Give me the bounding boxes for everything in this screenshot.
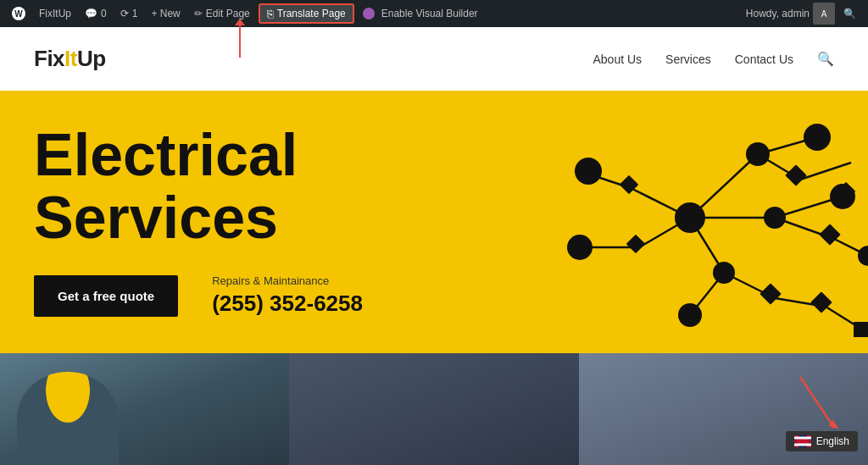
updates-count: 1 [132, 8, 138, 19]
svg-rect-27 [785, 164, 806, 185]
hero-section: Electrical Services Get a free quote Rep… [0, 91, 868, 353]
svg-line-36 [800, 377, 834, 428]
enable-visual-builder[interactable]: Enable Visual Builder [358, 0, 483, 27]
flag-icon-uk [794, 435, 811, 447]
worker-image-1-bg [0, 353, 289, 465]
avatar-initials: A [821, 9, 827, 19]
admin-search-icon: 🔍 [843, 8, 856, 19]
logo-fix: Fix [34, 46, 64, 71]
hero-contact-label: Repairs & Maintainance [212, 274, 363, 287]
svg-point-19 [804, 124, 831, 151]
site-header: FixItUp About Us Services Contact Us 🔍 [0, 27, 868, 91]
vb-label: Enable Visual Builder [381, 8, 478, 19]
comments-count: 0 [101, 8, 107, 19]
hero-actions: Get a free quote Repairs & Maintainance … [34, 274, 363, 317]
header-search-icon[interactable]: 🔍 [817, 51, 834, 67]
worker-image-2 [289, 353, 578, 465]
hero-contact: Repairs & Maintainance (255) 352-6258 [212, 274, 363, 317]
hero-title: Electrical Services [34, 125, 363, 249]
hero-title-line1: Electrical [34, 122, 298, 188]
site-name-label: FixItUp [39, 8, 71, 19]
vb-icon [363, 8, 375, 19]
hero-phone: (255) 352-6258 [212, 291, 363, 317]
logo-it: It [64, 46, 77, 71]
translate-icon: ⎘ [267, 8, 274, 20]
howdy-label: Howdy, admin [746, 8, 810, 19]
admin-comments[interactable]: 💬 0 [80, 0, 112, 27]
hero-content: Electrical Services Get a free quote Rep… [34, 125, 363, 317]
cta-button[interactable]: Get a free quote [34, 275, 178, 317]
wordpress-icon: W [12, 7, 25, 20]
nav-services[interactable]: Services [665, 53, 711, 66]
admin-avatar[interactable]: A [813, 3, 835, 25]
admin-bar: W FixItUp 💬 0 ⟳ 1 + New ✏ Edit Page ⎘ Tr… [0, 0, 868, 27]
translate-label: Translate Page [277, 8, 346, 19]
svg-point-25 [567, 235, 593, 260]
howdy-text: Howdy, admin [746, 8, 810, 19]
svg-point-22 [713, 262, 735, 284]
annotation-arrow-bottom [792, 377, 843, 440]
hero-title-line2: Services [34, 185, 278, 251]
svg-line-9 [800, 163, 851, 180]
bottom-images-strip [0, 353, 868, 465]
svg-rect-28 [819, 224, 840, 245]
updates-icon: ⟳ [120, 8, 129, 19]
svg-rect-34 [854, 322, 868, 337]
new-label: + New [151, 8, 180, 19]
nav-about-us[interactable]: About Us [593, 53, 642, 66]
admin-new[interactable]: + New [146, 0, 185, 27]
svg-point-17 [675, 202, 705, 233]
annotation-arrow-up [239, 24, 241, 58]
comments-icon: 💬 [85, 8, 97, 19]
svg-point-20 [764, 207, 786, 229]
language-label: English [816, 435, 849, 447]
wp-logo[interactable]: W [7, 0, 31, 27]
main-nav: About Us Services Contact Us 🔍 [593, 51, 834, 67]
svg-rect-32 [626, 235, 646, 254]
admin-updates[interactable]: ⟳ 1 [115, 0, 143, 27]
svg-point-18 [746, 142, 770, 166]
nav-contact-us[interactable]: Contact Us [735, 53, 793, 66]
edit-label: Edit Page [206, 8, 250, 19]
admin-edit-page[interactable]: ✏ Edit Page [189, 0, 255, 27]
edit-icon: ✏ [194, 8, 203, 19]
worker-image-2-bg [289, 353, 578, 465]
site-name[interactable]: FixItUp [34, 0, 76, 27]
admin-search[interactable]: 🔍 [838, 0, 861, 27]
site-logo[interactable]: FixItUp [34, 46, 106, 72]
translate-page-button[interactable]: ⎘ Translate Page [259, 3, 354, 24]
svg-point-24 [575, 158, 602, 185]
circuit-graphic [520, 91, 868, 349]
svg-rect-35 [861, 249, 868, 261]
svg-rect-29 [760, 283, 781, 304]
language-badge[interactable]: English [786, 431, 858, 451]
svg-point-23 [678, 303, 702, 327]
worker-image-1 [0, 353, 289, 465]
logo-up: Up [77, 46, 106, 71]
